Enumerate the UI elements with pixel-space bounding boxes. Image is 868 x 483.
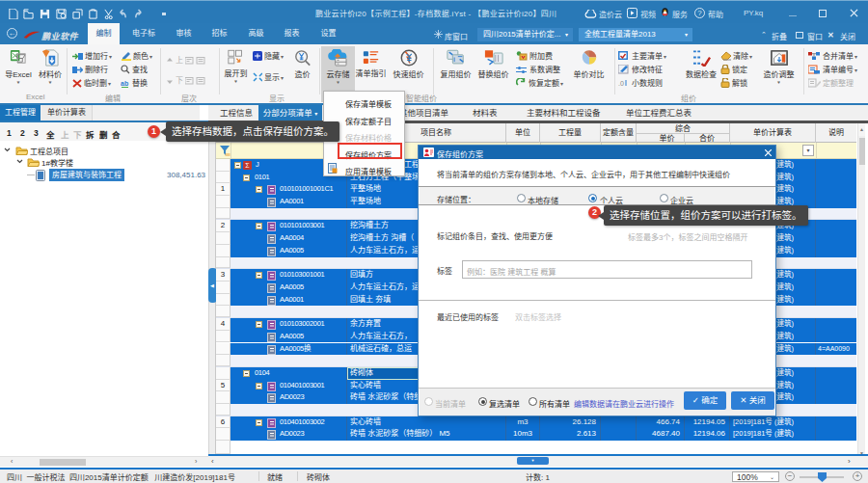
- svg-text:ab: ab: [121, 80, 128, 87]
- svg-text:.0: .0: [618, 80, 624, 87]
